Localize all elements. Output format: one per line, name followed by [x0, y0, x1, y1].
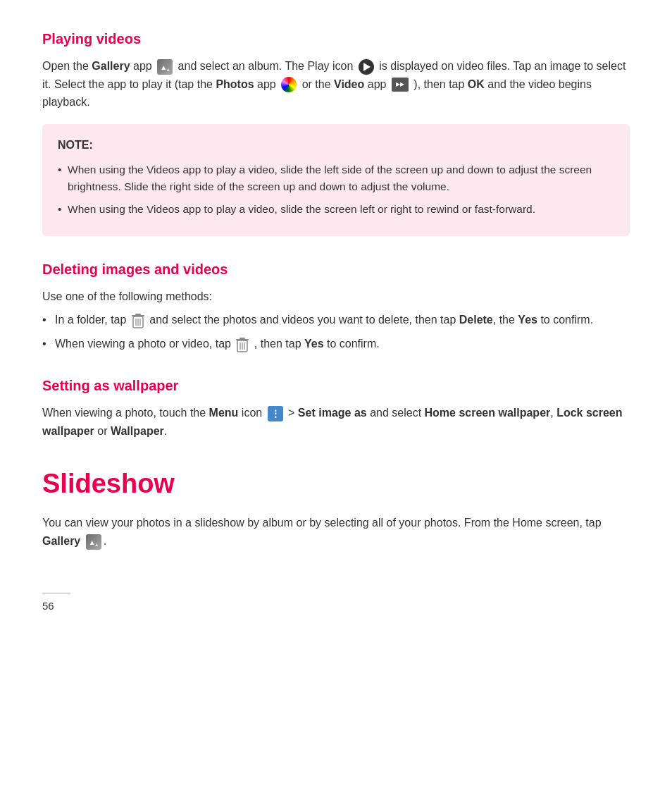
page-divider	[42, 593, 70, 593]
playing-videos-title: Playing videos	[42, 28, 630, 50]
trash-icon-2	[235, 337, 249, 352]
deleting-intro: Use one of the following methods:	[42, 288, 630, 306]
note-list: When using the Videos app to play a vide…	[58, 161, 614, 218]
deleting-title: Deleting images and videos	[42, 259, 630, 281]
slideshow-para: You can view your photos in a slideshow …	[42, 514, 630, 550]
wallpaper-section: Setting as wallpaper When viewing a phot…	[42, 375, 630, 440]
playing-videos-section: Playing videos Open the Gallery app and …	[42, 28, 630, 236]
gallery-app-icon-2	[86, 534, 101, 550]
trash-icon-1	[131, 313, 145, 328]
note-item-2: When using the Videos app to play a vide…	[58, 201, 614, 218]
play-icon	[359, 59, 374, 75]
svg-rect-6	[239, 338, 245, 339]
svg-rect-0	[135, 314, 141, 315]
page-number: 56	[42, 598, 630, 614]
playing-videos-para: Open the Gallery app and select an album…	[42, 57, 630, 111]
slideshow-title: Slideshow	[42, 463, 630, 505]
deleting-item-2: When viewing a photo or video, tap , the…	[42, 335, 630, 353]
video-app-icon	[392, 78, 409, 92]
slideshow-section: Slideshow You can view your photos in a …	[42, 463, 630, 550]
gallery-app-icon	[157, 59, 173, 75]
deleting-list: In a folder, tap and select the photos a…	[42, 311, 630, 352]
menu-dots-icon	[268, 406, 283, 421]
note-title: NOTE:	[58, 137, 614, 154]
note-box: NOTE: When using the Videos app to play …	[42, 124, 630, 236]
wallpaper-title: Setting as wallpaper	[42, 375, 630, 397]
deleting-section: Deleting images and videos Use one of th…	[42, 259, 630, 353]
deleting-item-1: In a folder, tap and select the photos a…	[42, 311, 630, 329]
photos-app-icon	[281, 77, 297, 92]
note-item-1: When using the Videos app to play a vide…	[58, 161, 614, 195]
wallpaper-para: When viewing a photo, touch the Menu ico…	[42, 404, 630, 440]
